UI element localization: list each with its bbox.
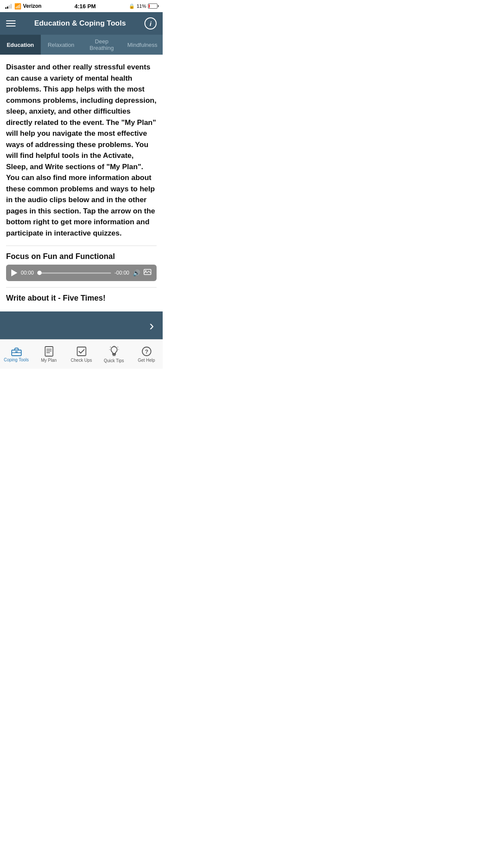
audio-time-end: -00:00 bbox=[115, 270, 129, 276]
checkmark-icon bbox=[76, 346, 87, 357]
nav-check-ups-label: Check Ups bbox=[71, 358, 92, 363]
audio-section: Focus on Fun and Functional 00:00 -00:00… bbox=[6, 252, 157, 281]
svg-point-1 bbox=[145, 270, 147, 272]
status-left: 📶 Verizon bbox=[5, 3, 42, 10]
tab-mindfulness[interactable]: Mindfulness bbox=[122, 35, 163, 55]
nav-quick-tips[interactable]: Quick Tips bbox=[98, 340, 130, 369]
tab-bar: Education Relaxation Deep Breathing Mind… bbox=[0, 35, 163, 55]
next-arrow-button[interactable]: › bbox=[149, 318, 154, 334]
arrow-footer: › bbox=[0, 311, 163, 339]
nav-my-plan[interactable]: My Plan bbox=[33, 340, 65, 369]
wifi-icon: 📶 bbox=[14, 3, 21, 10]
progress-dot bbox=[37, 271, 42, 275]
tab-relaxation[interactable]: Relaxation bbox=[41, 35, 82, 55]
list-icon bbox=[44, 346, 54, 357]
nav-coping-tools[interactable]: Coping Tools bbox=[0, 340, 33, 369]
status-bar: 📶 Verizon 4:16 PM 🔒 11% bbox=[0, 0, 163, 12]
nav-coping-tools-label: Coping Tools bbox=[4, 357, 29, 362]
toolbox-icon bbox=[11, 347, 22, 356]
divider-1 bbox=[6, 246, 157, 246]
question-icon: ? bbox=[141, 346, 152, 357]
audio-player: 00:00 -00:00 🔊 bbox=[6, 265, 157, 281]
battery-icon bbox=[148, 3, 157, 9]
nav-quick-tips-label: Quick Tips bbox=[104, 358, 124, 363]
write-section: Write about it - Five Times! bbox=[6, 294, 157, 303]
write-title: Write about it - Five Times! bbox=[6, 294, 157, 303]
header-title: Education & Coping Tools bbox=[16, 19, 144, 28]
nav-check-ups[interactable]: Check Ups bbox=[65, 340, 98, 369]
tab-deep-breathing[interactable]: Deep Breathing bbox=[82, 35, 122, 55]
volume-icon[interactable]: 🔊 bbox=[133, 269, 140, 276]
info-button[interactable]: i bbox=[144, 17, 157, 29]
tab-education[interactable]: Education bbox=[0, 35, 41, 55]
svg-line-13 bbox=[110, 347, 111, 347]
main-content: Disaster and other really stressful even… bbox=[0, 55, 163, 311]
menu-button[interactable] bbox=[6, 20, 16, 26]
audio-time-start: 00:00 bbox=[21, 270, 34, 276]
nav-my-plan-label: My Plan bbox=[41, 358, 56, 363]
main-paragraph: Disaster and other really stressful even… bbox=[6, 62, 157, 239]
nav-get-help-label: Get Help bbox=[138, 358, 155, 363]
nav-get-help[interactable]: ? Get Help bbox=[130, 340, 163, 369]
signal-icon bbox=[5, 3, 12, 9]
carrier-name: Verizon bbox=[23, 3, 42, 9]
header: Education & Coping Tools i bbox=[0, 12, 163, 35]
audio-title: Focus on Fun and Functional bbox=[6, 252, 157, 261]
play-button[interactable] bbox=[11, 269, 17, 276]
svg-rect-5 bbox=[45, 347, 53, 356]
svg-line-14 bbox=[118, 347, 118, 347]
picture-icon[interactable] bbox=[144, 269, 151, 277]
svg-text:?: ? bbox=[145, 348, 148, 355]
lock-icon: 🔒 bbox=[129, 3, 135, 9]
audio-progress-bar[interactable] bbox=[37, 272, 111, 274]
battery-percent: 11% bbox=[137, 3, 146, 9]
status-time: 4:16 PM bbox=[75, 3, 96, 10]
status-right: 🔒 11% bbox=[129, 3, 157, 9]
bottom-nav: Coping Tools My Plan Check Ups bbox=[0, 339, 163, 369]
divider-2 bbox=[6, 287, 157, 288]
lightbulb-icon bbox=[109, 346, 119, 357]
